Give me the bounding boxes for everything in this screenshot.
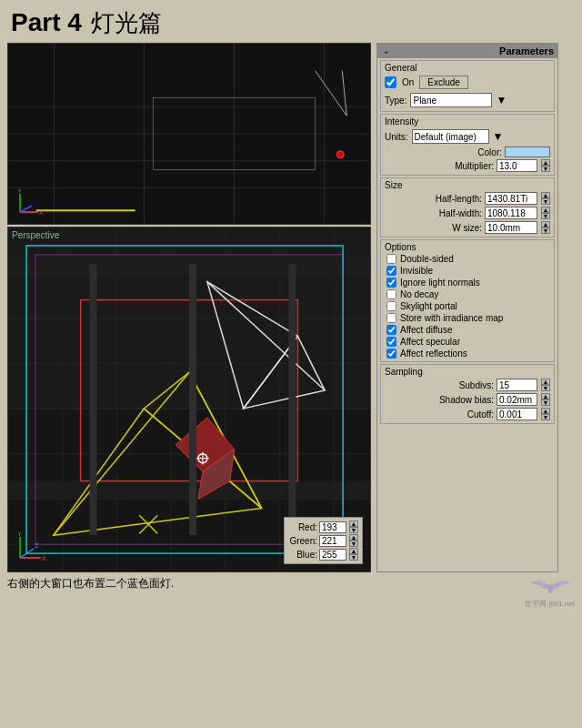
w-size-input[interactable] <box>485 221 537 234</box>
store-irradiance-checkbox[interactable] <box>386 313 396 323</box>
shadow-bias-label: Shadow bias: <box>439 395 494 405</box>
skylight-portal-row: Skylight portal <box>381 300 554 312</box>
cutoff-label: Cutoff: <box>467 410 494 420</box>
red-spinner[interactable]: ▲ ▼ <box>349 521 358 533</box>
half-width-label: Half-width: <box>439 208 482 218</box>
svg-line-58 <box>20 549 34 558</box>
size-section: Size Half-length: ▲ ▼ Half-width: ▲ ▼ W … <box>380 177 555 238</box>
svg-rect-35 <box>8 481 370 500</box>
top-viewport[interactable]: X Y <box>7 43 371 225</box>
params-panel: - Parameters General On Exclude Type: Pl… <box>376 43 558 572</box>
units-row: Units: Default (image) ▼ <box>381 127 554 146</box>
half-width-up[interactable]: ▲ <box>541 207 550 213</box>
red-up[interactable]: ▲ <box>349 521 358 527</box>
blue-input[interactable] <box>319 549 346 561</box>
no-decay-checkbox[interactable] <box>386 289 396 299</box>
blue-label: Blue: <box>288 550 317 560</box>
ignore-light-normals-label: Ignore light normals <box>400 278 480 288</box>
viewports-container: X Y <box>7 43 371 572</box>
ignore-light-normals-checkbox[interactable] <box>386 278 396 288</box>
no-decay-label: No decay <box>400 289 438 299</box>
svg-point-62 <box>547 584 553 593</box>
skylight-portal-checkbox[interactable] <box>386 301 396 311</box>
on-label: On <box>402 77 414 87</box>
green-down[interactable]: ▼ <box>349 541 358 547</box>
perspective-viewport[interactable]: Perspective Red: ▲ ▼ Green: ▲ ▼ <box>7 227 371 572</box>
subdivs-spinner[interactable]: ▲ ▼ <box>541 379 550 391</box>
double-sided-label: Double-sided <box>400 254 454 264</box>
w-size-up[interactable]: ▲ <box>541 221 550 228</box>
shadow-bias-up[interactable]: ▲ <box>541 393 550 399</box>
half-length-up[interactable]: ▲ <box>541 192 550 198</box>
exclude-button[interactable]: Exclude <box>419 76 468 89</box>
svg-text:Y: Y <box>17 532 22 537</box>
svg-rect-53 <box>90 264 97 535</box>
no-decay-row: No decay <box>381 288 554 300</box>
options-section: Options Double-sided Invisible Ignore li… <box>380 239 555 362</box>
green-input[interactable] <box>319 535 346 547</box>
part-label: Part 4 <box>11 8 82 37</box>
affect-reflections-checkbox[interactable] <box>386 349 396 359</box>
red-input[interactable] <box>319 521 346 533</box>
cutoff-down[interactable]: ▼ <box>541 414 550 420</box>
cutoff-input[interactable] <box>497 408 537 420</box>
color-swatch[interactable] <box>505 147 550 157</box>
options-section-title: Options <box>385 242 554 252</box>
double-sided-checkbox[interactable] <box>386 254 396 264</box>
subdivs-up[interactable]: ▲ <box>541 379 550 385</box>
multiplier-up[interactable]: ▲ <box>541 159 550 166</box>
shadow-bias-down[interactable]: ▼ <box>541 399 550 406</box>
blue-down[interactable]: ▼ <box>349 554 358 561</box>
panel-title: - Parameters <box>377 44 557 58</box>
units-dropdown[interactable]: Default (image) <box>412 129 489 144</box>
intensity-section-title: Intensity <box>385 116 554 126</box>
green-spinner[interactable]: ▲ ▼ <box>349 534 358 547</box>
size-section-title: Size <box>385 180 554 190</box>
w-size-row: W size: ▲ ▼ <box>381 220 554 235</box>
shadow-bias-input[interactable] <box>497 393 537 406</box>
half-length-down[interactable]: ▼ <box>541 198 550 205</box>
cutoff-spinner[interactable]: ▲ ▼ <box>541 408 550 420</box>
affect-specular-row: Affect specular <box>381 336 554 348</box>
invisible-checkbox[interactable] <box>386 266 396 276</box>
affect-specular-label: Affect specular <box>400 337 460 347</box>
affect-diffuse-checkbox[interactable] <box>386 325 396 335</box>
wing-icon <box>527 576 573 599</box>
type-label: Type: <box>385 96 406 106</box>
half-length-spinner[interactable]: ▲ ▼ <box>541 192 550 205</box>
multiplier-input[interactable] <box>497 159 537 172</box>
general-section-title: General <box>385 63 554 73</box>
type-dropdown-arrow: ▼ <box>496 94 507 106</box>
axis-indicator-perspective: X Y Z <box>15 532 47 564</box>
panel-collapse-btn[interactable]: - <box>381 46 392 56</box>
green-up[interactable]: ▲ <box>349 534 358 541</box>
half-width-input[interactable] <box>485 207 537 219</box>
subdivs-down[interactable]: ▼ <box>541 385 550 391</box>
half-width-spinner[interactable]: ▲ ▼ <box>541 207 550 219</box>
main-area: X Y <box>0 43 582 572</box>
red-down[interactable]: ▼ <box>349 527 358 533</box>
subdivs-row: Subdivs: ▲ ▼ <box>381 378 554 392</box>
type-dropdown[interactable]: Plane <box>410 93 492 107</box>
subdivs-input[interactable] <box>497 379 537 391</box>
affect-specular-checkbox[interactable] <box>386 337 396 347</box>
w-size-spinner[interactable]: ▲ ▼ <box>541 221 550 234</box>
half-width-down[interactable]: ▼ <box>541 213 550 219</box>
shadow-bias-spinner[interactable]: ▲ ▼ <box>541 393 550 406</box>
blue-up[interactable]: ▲ <box>349 548 358 554</box>
blue-spinner[interactable]: ▲ ▼ <box>349 548 358 561</box>
color-label: Color: <box>477 147 502 157</box>
multiplier-spinner[interactable]: ▲ ▼ <box>541 159 550 172</box>
w-size-down[interactable]: ▼ <box>541 228 550 234</box>
panel-title-label: Parameters <box>499 46 554 56</box>
invisible-row: Invisible <box>381 265 554 277</box>
half-length-label: Half-length: <box>436 194 482 204</box>
half-length-input[interactable] <box>485 192 537 205</box>
cutoff-up[interactable]: ▲ <box>541 408 550 414</box>
affect-reflections-label: Affect reflections <box>400 349 467 359</box>
multiplier-down[interactable]: ▼ <box>541 166 550 172</box>
svg-rect-54 <box>189 264 196 535</box>
on-checkbox[interactable] <box>385 76 396 88</box>
header: Part 4 灯光篇 <box>0 0 582 43</box>
red-row: Red: ▲ ▼ <box>288 521 358 533</box>
